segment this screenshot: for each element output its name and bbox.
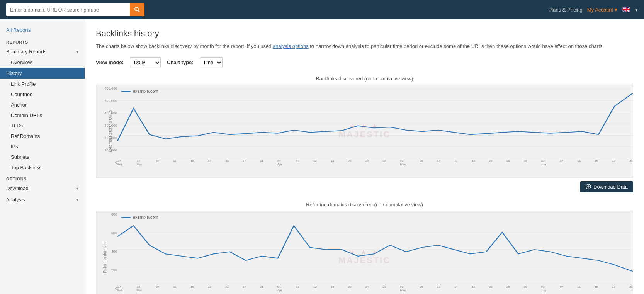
- chart-controls: View mode: Daily Weekly Monthly Chart ty…: [96, 57, 633, 68]
- sidebar-item-analysis[interactable]: Analysis ▾: [0, 194, 85, 205]
- chevron-down-icon: ▾: [76, 49, 78, 54]
- sidebar-item-download[interactable]: Download ▾: [0, 183, 85, 194]
- sidebar-item-ref-domains[interactable]: Ref Domains: [0, 131, 85, 141]
- chart1-svg-wrapper: [117, 89, 633, 158]
- sidebar-item-anchor[interactable]: Anchor: [0, 100, 85, 110]
- chart1-download-button[interactable]: Download Data: [580, 181, 633, 192]
- page-title: Backlinks history: [96, 29, 633, 39]
- sidebar-item-label: History: [6, 70, 22, 76]
- sidebar-item-label: Download: [6, 185, 29, 191]
- sidebar-item-subnets[interactable]: Subnets: [0, 152, 85, 162]
- header-right: Plans & Pricing My Account ▾ 🇬🇧 ▾: [549, 5, 638, 14]
- all-reports-link[interactable]: All Reports: [0, 24, 85, 36]
- chart2-svg-wrapper: [117, 215, 633, 284]
- sidebar-item-tlds[interactable]: TLDs: [0, 121, 85, 131]
- legend-line-icon: [121, 91, 131, 92]
- chart2-svg: [117, 215, 633, 284]
- chevron-down-icon: ▾: [76, 186, 78, 190]
- language-flag[interactable]: 🇬🇧: [622, 5, 630, 14]
- chart1-legend-label: example.com: [133, 89, 158, 93]
- chart-type-label: Chart type:: [167, 59, 194, 65]
- view-mode-label: View mode:: [96, 59, 124, 65]
- view-mode-select[interactable]: Daily Weekly Monthly: [130, 57, 161, 68]
- chevron-down-icon: ▾: [76, 197, 78, 202]
- sidebar-item-ips[interactable]: IPs: [0, 141, 85, 152]
- chart1-title: Backlinks discovered (non-cumulative vie…: [96, 76, 633, 82]
- search-icon: [134, 7, 140, 13]
- search-button[interactable]: [130, 3, 144, 16]
- layout: All Reports REPORTS Summary Reports ▾ Ov…: [0, 19, 644, 294]
- chart2-legend: example.com: [121, 215, 158, 219]
- chart2-y-label: Referring domains: [103, 241, 107, 273]
- legend-line-icon: [121, 217, 131, 218]
- chart2-x-axis: 27Feb 03Mar 07 11 15 19 23 27 31 04Apr 0…: [117, 284, 633, 292]
- reports-section-title: REPORTS: [0, 36, 85, 46]
- sidebar-item-label: Summary Reports: [6, 49, 47, 54]
- flag-chevron-icon: ▾: [635, 7, 638, 13]
- sidebar-item-overview[interactable]: Overview: [0, 57, 85, 68]
- chart2-container: Referring domains discovered (non-cumula…: [96, 202, 633, 294]
- main-content: Backlinks history The charts below show …: [85, 19, 644, 294]
- page-description: The charts below show backlinks discover…: [96, 42, 633, 50]
- download-icon: [586, 184, 591, 189]
- sidebar-item-summary-reports[interactable]: Summary Reports ▾: [0, 46, 85, 57]
- search-input[interactable]: [6, 3, 130, 16]
- chart1-legend: example.com: [121, 89, 158, 93]
- sidebar-item-countries[interactable]: Countries: [0, 89, 85, 100]
- sidebar-item-label: Analysis: [6, 197, 25, 202]
- chart1-container: Backlinks discovered (non-cumulative vie…: [96, 76, 633, 192]
- sidebar-item-top-backlinks[interactable]: Top Backlinks: [0, 162, 85, 173]
- options-section-title: OPTIONS: [0, 173, 85, 183]
- header: Plans & Pricing My Account ▾ 🇬🇧 ▾: [0, 0, 644, 19]
- sidebar: All Reports REPORTS Summary Reports ▾ Ov…: [0, 19, 85, 294]
- sidebar-item-link-profile[interactable]: Link Profile: [0, 79, 85, 89]
- chevron-down-icon: ▾: [615, 7, 617, 13]
- chart2-box: 800 600 400 200 0 Referring domains exam…: [96, 211, 633, 294]
- plans-pricing-link[interactable]: Plans & Pricing: [549, 7, 583, 13]
- search-bar: [6, 3, 153, 16]
- chart-type-select[interactable]: Line Bar: [200, 57, 223, 68]
- my-account-link[interactable]: My Account ▾: [587, 7, 617, 13]
- sidebar-item-history[interactable]: History: [0, 68, 85, 79]
- chart2-title: Referring domains discovered (non-cumula…: [96, 202, 633, 207]
- svg-point-0: [135, 7, 138, 11]
- chart1-svg: [117, 89, 633, 158]
- chart1-x-axis: 27Feb 03Mar 07 11 15 19 23 27 31 04Apr 0…: [117, 158, 633, 166]
- sidebar-item-domain-urls[interactable]: Domain URLs: [0, 110, 85, 121]
- chart1-y-label: External Referring URLs: [108, 110, 112, 152]
- chart1-box: 600,000 500,000 400,000 300,000 200,000 …: [96, 85, 633, 178]
- svg-line-1: [138, 11, 140, 12]
- analysis-options-link[interactable]: analysis options: [273, 43, 309, 49]
- chart1-download-row: Download Data: [96, 181, 633, 192]
- chart2-legend-label: example.com: [133, 215, 158, 219]
